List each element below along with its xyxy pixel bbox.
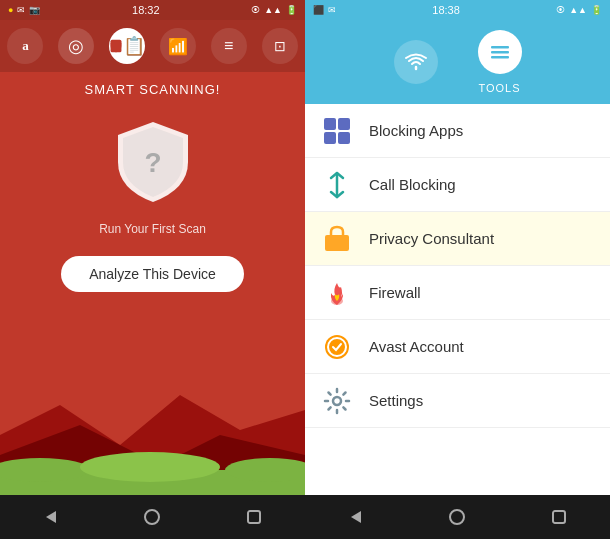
wifi-tab[interactable] xyxy=(394,40,438,84)
status-left-icons-right: ⬛ ✉ xyxy=(313,5,336,15)
avast-account-icon xyxy=(321,331,353,363)
firewall-icon xyxy=(321,277,353,309)
status-right-icons-right: ⦿ ▲▲ 🔋 xyxy=(556,5,602,15)
right-screen: ⬛ ✉ 18:38 ⦿ ▲▲ 🔋 xyxy=(305,0,610,495)
settings-item[interactable]: Settings xyxy=(305,374,610,428)
wifi-icon[interactable] xyxy=(394,40,438,84)
status-left-icons: ● ✉ 📷 xyxy=(8,5,40,15)
back-button-right[interactable] xyxy=(336,497,376,537)
svg-text:?: ? xyxy=(144,147,161,178)
tools-label: TOOLS xyxy=(478,82,520,94)
svg-rect-14 xyxy=(338,132,350,144)
blocking-apps-label: Blocking Apps xyxy=(369,122,463,139)
call-blocking-icon xyxy=(321,169,353,201)
privacy-consultant-item[interactable]: Privacy Consultant xyxy=(305,212,610,266)
settings-label: Settings xyxy=(369,392,423,409)
tools-menu-icon[interactable] xyxy=(478,30,522,74)
left-screen: ● ✉ 📷 18:32 ⦿ ▲▲ 🔋 a ◎ 📋 xyxy=(0,0,305,495)
svg-rect-12 xyxy=(338,118,350,130)
shield-container: ? xyxy=(113,117,193,207)
svg-rect-8 xyxy=(491,46,509,49)
bottom-nav-right xyxy=(305,495,610,539)
nav-bar-left: a ◎ 📋 📶 ≡ ⊡ xyxy=(0,20,305,72)
top-bar-right: TOOLS xyxy=(305,20,610,104)
call-blocking-item[interactable]: Call Blocking xyxy=(305,158,610,212)
recents-button-right[interactable] xyxy=(539,497,579,537)
menu-list: Blocking Apps Call Blocking xyxy=(305,104,610,495)
nav-icon-device[interactable]: ⊡ xyxy=(262,28,298,64)
nav-icon-avast[interactable]: a xyxy=(7,28,43,64)
privacy-consultant-icon xyxy=(321,223,353,255)
svg-rect-13 xyxy=(324,132,336,144)
home-button-left[interactable] xyxy=(132,497,172,537)
run-scan-text: Run Your First Scan xyxy=(99,222,206,236)
status-bar-right: ⬛ ✉ 18:38 ⦿ ▲▲ 🔋 xyxy=(305,0,610,20)
scan-title: SMART SCANNING! xyxy=(85,82,221,97)
svg-rect-20 xyxy=(325,235,349,251)
recents-button-left[interactable] xyxy=(234,497,274,537)
avast-account-label: Avast Account xyxy=(369,338,464,355)
call-blocking-label: Call Blocking xyxy=(369,176,456,193)
privacy-consultant-label: Privacy Consultant xyxy=(369,230,494,247)
nav-icon-menu[interactable]: ≡ xyxy=(211,28,247,64)
time-right: 18:38 xyxy=(432,4,460,16)
svg-point-24 xyxy=(333,397,341,405)
scan-content: SMART SCANNING! ? Run Your First Scan xyxy=(0,72,305,495)
firewall-label: Firewall xyxy=(369,284,421,301)
mountain-bg xyxy=(0,375,305,495)
back-button-left[interactable] xyxy=(31,497,71,537)
svg-point-29 xyxy=(450,510,464,524)
shield-icon: ? xyxy=(113,117,193,207)
svg-marker-25 xyxy=(46,511,56,523)
nav-icon-scan[interactable]: ◎ xyxy=(58,28,94,64)
blocking-apps-icon xyxy=(321,115,353,147)
bottom-nav xyxy=(0,495,610,539)
nav-icon-shield[interactable]: 📋 xyxy=(109,28,145,64)
status-right-icons-left: ⦿ ▲▲ 🔋 xyxy=(251,5,297,15)
settings-icon xyxy=(321,385,353,417)
svg-rect-30 xyxy=(553,511,565,523)
svg-rect-10 xyxy=(491,56,509,59)
svg-rect-0 xyxy=(111,40,122,52)
bottom-nav-left xyxy=(0,495,305,539)
blocking-apps-item[interactable]: Blocking Apps xyxy=(305,104,610,158)
svg-point-6 xyxy=(80,452,220,482)
svg-rect-9 xyxy=(491,51,509,54)
avast-account-item[interactable]: Avast Account xyxy=(305,320,610,374)
analyze-button[interactable]: Analyze This Device xyxy=(61,256,244,292)
svg-marker-28 xyxy=(351,511,361,523)
svg-rect-27 xyxy=(248,511,260,523)
time-left: 18:32 xyxy=(132,4,160,16)
home-button-right[interactable] xyxy=(437,497,477,537)
svg-rect-11 xyxy=(324,118,336,130)
svg-point-26 xyxy=(145,510,159,524)
nav-icon-wifi[interactable]: 📶 xyxy=(160,28,196,64)
tools-tab[interactable]: TOOLS xyxy=(478,30,522,94)
firewall-item[interactable]: Firewall xyxy=(305,266,610,320)
status-bar-left: ● ✉ 📷 18:32 ⦿ ▲▲ 🔋 xyxy=(0,0,305,20)
